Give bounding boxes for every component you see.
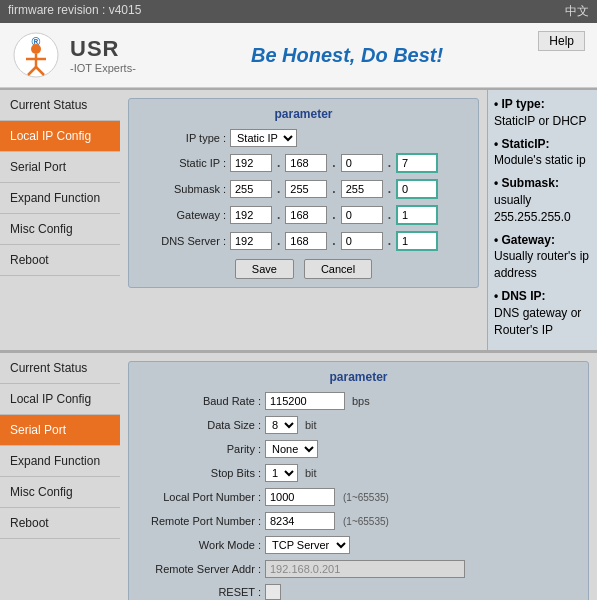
slogan: Be Honest, Do Best! — [156, 44, 539, 67]
local-port-range: (1~65535) — [343, 492, 389, 503]
dot-2: . — [331, 156, 336, 170]
brand-tagline: -IOT Experts- — [70, 62, 136, 74]
dns-seg2[interactable] — [285, 232, 327, 250]
sidebar-item-local-ip-2[interactable]: Local IP Config — [0, 384, 120, 415]
sidebar-item-reboot-2[interactable]: Reboot — [0, 508, 120, 539]
cancel-button-1[interactable]: Cancel — [304, 259, 372, 279]
gateway-label: Gateway : — [141, 209, 226, 221]
submask-seg2[interactable] — [285, 180, 327, 198]
brand-text: USR -IOT Experts- — [70, 36, 136, 74]
header: ® USR -IOT Experts- Be Honest, Do Best! … — [0, 23, 597, 88]
logo-area: ® USR -IOT Experts- — [12, 31, 136, 79]
stop-bits-select[interactable]: 1 2 — [265, 464, 298, 482]
data-size-select[interactable]: 8 7 — [265, 416, 298, 434]
data-size-label: Data Size : — [141, 419, 261, 431]
dot-11: . — [331, 234, 336, 248]
static-ip-seg3[interactable] — [341, 154, 383, 172]
submask-seg1[interactable] — [230, 180, 272, 198]
firmware-label: firmware revision : v4015 — [8, 3, 141, 20]
remote-addr-row: Remote Server Addr : — [141, 560, 576, 578]
sidebar-item-misc-2[interactable]: Misc Config — [0, 477, 120, 508]
sidebar-item-local-ip-1[interactable]: Local IP Config — [0, 121, 120, 152]
help-dns-title: • DNS IP: — [494, 289, 546, 303]
sidebar-item-reboot-1[interactable]: Reboot — [0, 245, 120, 276]
dns-label: DNS Server : — [141, 235, 226, 247]
dot-5: . — [331, 182, 336, 196]
dns-seg1[interactable] — [230, 232, 272, 250]
help-ip-type: • IP type: StaticIP or DHCP — [494, 96, 591, 130]
section-serial-port: Current Status Local IP Config Serial Po… — [0, 350, 597, 600]
sidebar-item-expand-2[interactable]: Expand Function — [0, 446, 120, 477]
parity-select[interactable]: None Even Odd — [265, 440, 318, 458]
gateway-row: Gateway : . . . — [141, 205, 466, 225]
dot-1: . — [276, 156, 281, 170]
section-local-ip: Current Status Local IP Config Serial Po… — [0, 88, 597, 350]
help-gateway-desc: Usually router's ip address — [494, 249, 589, 280]
parity-label: Parity : — [141, 443, 261, 455]
help-panel-1: • IP type: StaticIP or DHCP • StaticIP: … — [487, 90, 597, 350]
dns-seg3[interactable] — [341, 232, 383, 250]
work-mode-row: Work Mode : TCP Server TCP Client UDP Se… — [141, 536, 576, 554]
remote-port-input[interactable] — [265, 512, 335, 530]
dot-6: . — [387, 182, 392, 196]
sidebar-item-serial-port-1[interactable]: Serial Port — [0, 152, 120, 183]
reset-checkbox[interactable] — [265, 584, 281, 600]
ip-type-row: IP type : Static IP DHCP — [141, 129, 466, 147]
help-ip-type-desc: StaticIP or DHCP — [494, 114, 586, 128]
sidebar-2: Current Status Local IP Config Serial Po… — [0, 353, 120, 600]
logo-icon: ® — [12, 31, 60, 79]
static-ip-seg4[interactable] — [396, 153, 438, 173]
submask-row: Submask : . . . — [141, 179, 466, 199]
ip-type-select[interactable]: Static IP DHCP — [230, 129, 297, 147]
param-box-2: parameter Baud Rate : bps Data Size : 8 … — [128, 361, 589, 600]
sidebar-item-current-status-1[interactable]: Current Status — [0, 90, 120, 121]
remote-addr-input[interactable] — [265, 560, 465, 578]
help-static-ip-title: • StaticIP: — [494, 137, 550, 151]
help-gateway: • Gateway: Usually router's ip address — [494, 232, 591, 282]
static-ip-seg1[interactable] — [230, 154, 272, 172]
submask-seg3[interactable] — [341, 180, 383, 198]
work-mode-select[interactable]: TCP Server TCP Client UDP Server — [265, 536, 350, 554]
baud-rate-input[interactable] — [265, 392, 345, 410]
help-gateway-title: • Gateway: — [494, 233, 555, 247]
stop-bits-row: Stop Bits : 1 2 bit — [141, 464, 576, 482]
param-title-1: parameter — [141, 107, 466, 121]
help-submask: • Submask: usually 255.255.255.0 — [494, 175, 591, 225]
baud-rate-label: Baud Rate : — [141, 395, 261, 407]
submask-seg4[interactable] — [396, 179, 438, 199]
sidebar-item-misc-1[interactable]: Misc Config — [0, 214, 120, 245]
dns-seg4[interactable] — [396, 231, 438, 251]
gateway-seg4[interactable] — [396, 205, 438, 225]
static-ip-seg2[interactable] — [285, 154, 327, 172]
gateway-seg2[interactable] — [285, 206, 327, 224]
content-serial-port: parameter Baud Rate : bps Data Size : 8 … — [120, 353, 597, 600]
remote-port-label: Remote Port Number : — [141, 515, 261, 527]
sidebar-item-expand-1[interactable]: Expand Function — [0, 183, 120, 214]
gateway-seg3[interactable] — [341, 206, 383, 224]
dot-4: . — [276, 182, 281, 196]
help-submask-title: • Submask: — [494, 176, 559, 190]
gateway-seg1[interactable] — [230, 206, 272, 224]
save-button-1[interactable]: Save — [235, 259, 294, 279]
dot-8: . — [331, 208, 336, 222]
local-port-input[interactable] — [265, 488, 335, 506]
remote-port-range: (1~65535) — [343, 516, 389, 527]
sidebar-item-current-status-2[interactable]: Current Status — [0, 353, 120, 384]
help-dns-desc: DNS gateway or Router's IP — [494, 306, 581, 337]
help-button[interactable]: Help — [538, 31, 585, 51]
brand-name: USR — [70, 36, 136, 62]
btn-row-1: Save Cancel — [141, 259, 466, 279]
remote-addr-label: Remote Server Addr : — [141, 563, 261, 575]
dot-10: . — [276, 234, 281, 248]
lang-switch[interactable]: 中文 — [565, 3, 589, 20]
help-static-ip: • StaticIP: Module's static ip — [494, 136, 591, 170]
baud-rate-row: Baud Rate : bps — [141, 392, 576, 410]
local-port-label: Local Port Number : — [141, 491, 261, 503]
help-ip-type-title: • IP type: — [494, 97, 545, 111]
reset-label: RESET : — [141, 586, 261, 598]
parity-row: Parity : None Even Odd — [141, 440, 576, 458]
sidebar-item-serial-port-2[interactable]: Serial Port — [0, 415, 120, 446]
data-size-row: Data Size : 8 7 bit — [141, 416, 576, 434]
content-local-ip: parameter IP type : Static IP DHCP Stati… — [120, 90, 487, 350]
help-static-ip-desc: Module's static ip — [494, 153, 586, 167]
